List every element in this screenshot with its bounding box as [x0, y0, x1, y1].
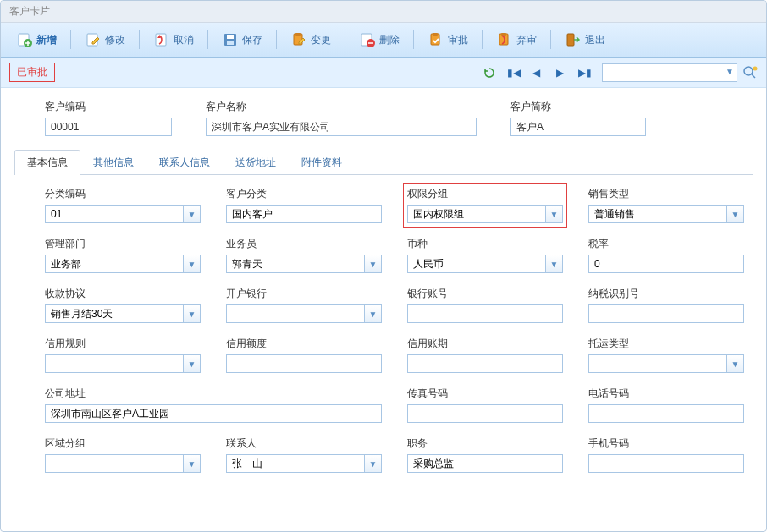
search-dropdown-icon[interactable]: ▼ — [726, 67, 734, 76]
change-button[interactable]: 变更 — [284, 28, 338, 52]
credit-rule-input[interactable] — [45, 354, 184, 373]
tax-rate-input[interactable] — [588, 255, 744, 273]
position-field: 职务 — [407, 436, 563, 473]
customer-category-input[interactable] — [226, 205, 382, 223]
customer-category-label: 客户分类 — [226, 187, 382, 201]
mobile-label: 手机号码 — [588, 436, 744, 451]
dropdown-icon[interactable]: ▼ — [365, 304, 382, 323]
dropdown-icon[interactable]: ▼ — [184, 454, 201, 473]
contact-label: 联系人 — [226, 436, 382, 451]
approve-button[interactable]: 审批 — [421, 28, 475, 52]
separator — [550, 30, 551, 49]
category-code-label: 分类编码 — [45, 187, 201, 201]
exit-button[interactable]: 退出 — [558, 28, 612, 52]
customer-short-input[interactable] — [510, 118, 646, 136]
dropdown-icon[interactable]: ▼ — [546, 255, 563, 273]
save-button[interactable]: 保存 — [215, 28, 269, 52]
separator — [207, 30, 208, 49]
credit-period-input[interactable] — [407, 354, 563, 373]
dropdown-icon[interactable]: ▼ — [365, 454, 382, 473]
window-title: 客户卡片 — [9, 5, 50, 17]
dropdown-icon[interactable]: ▼ — [546, 205, 563, 223]
nav-group: ▮◀ ◀ ▶ ▶▮ ▼ — [483, 63, 758, 82]
tax-id-input[interactable] — [588, 304, 744, 323]
tab-attachments[interactable]: 附件资料 — [289, 150, 355, 175]
tab-delivery-address[interactable]: 送货地址 — [223, 150, 289, 175]
dropdown-icon[interactable]: ▼ — [727, 205, 744, 223]
currency-input[interactable] — [407, 255, 546, 273]
area-group-input[interactable] — [45, 454, 184, 473]
category-code-input[interactable] — [45, 205, 184, 223]
nav-last-icon[interactable]: ▶▮ — [578, 67, 588, 79]
add-label: 新增 — [36, 33, 57, 47]
separator — [139, 30, 140, 49]
mobile-input[interactable] — [588, 454, 744, 473]
customer-code-group: 客户编码 — [45, 100, 172, 136]
position-input[interactable] — [407, 454, 563, 473]
perm-group-field: 权限分组 ▼ — [403, 183, 567, 228]
refresh-icon[interactable] — [483, 67, 494, 79]
dropdown-icon[interactable]: ▼ — [727, 354, 744, 373]
company-address-field: 公司地址 — [45, 387, 382, 423]
tax-id-field: 纳税识别号 — [588, 287, 744, 323]
search-icon[interactable] — [742, 65, 758, 80]
approve-icon — [428, 31, 444, 48]
svg-rect-5 — [227, 35, 234, 39]
dropdown-icon[interactable]: ▼ — [184, 354, 201, 373]
save-label: 保存 — [242, 33, 262, 47]
delete-button[interactable]: 删除 — [352, 28, 406, 52]
company-address-input[interactable] — [45, 404, 382, 423]
dropdown-icon[interactable]: ▼ — [184, 255, 201, 273]
reject-button[interactable]: 弃审 — [489, 28, 544, 52]
customer-short-label: 客户简称 — [510, 100, 646, 114]
bank-account-field: 银行账号 — [407, 287, 563, 323]
manage-dept-input[interactable] — [45, 255, 184, 273]
cancel-button[interactable]: 取消 — [146, 28, 201, 52]
fax-input[interactable] — [407, 404, 563, 423]
customer-name-input[interactable] — [206, 118, 477, 136]
receipt-agreement-input[interactable] — [45, 304, 184, 323]
edit-button[interactable]: 修改 — [78, 28, 132, 52]
svg-point-17 — [753, 66, 758, 70]
contact-input[interactable] — [226, 454, 365, 473]
tab-basic-info[interactable]: 基本信息 — [14, 150, 80, 175]
tab-contact-info[interactable]: 联系人信息 — [146, 150, 223, 175]
nav-first-icon[interactable]: ▮◀ — [507, 67, 517, 79]
shipping-type-label: 托运类型 — [588, 337, 744, 351]
tab-other-info[interactable]: 其他信息 — [80, 150, 146, 175]
credit-limit-field: 信用额度 — [226, 337, 382, 373]
search-box: ▼ — [602, 63, 758, 82]
content: 客户编码 客户名称 客户简称 基本信息 其他信息 联系人信息 送货地址 附件资料… — [1, 88, 766, 531]
separator — [345, 30, 345, 49]
bank-account-input[interactable] — [407, 304, 563, 323]
credit-period-label: 信用账期 — [407, 337, 563, 351]
search-input[interactable] — [602, 63, 737, 82]
salesman-input[interactable] — [226, 255, 365, 273]
window: 客户卡片 新增 修改 取消 保存 变更 删除 — [0, 0, 767, 532]
svg-rect-3 — [156, 34, 166, 46]
nav-next-icon[interactable]: ▶ — [555, 67, 565, 79]
tabs: 基本信息 其他信息 联系人信息 送货地址 附件资料 — [14, 150, 753, 175]
add-button[interactable]: 新增 — [9, 28, 63, 52]
reject-icon — [496, 31, 513, 48]
credit-limit-label: 信用额度 — [226, 337, 382, 351]
dropdown-icon[interactable]: ▼ — [184, 304, 201, 323]
phone-field: 电话号码 — [588, 387, 744, 423]
credit-rule-label: 信用规则 — [45, 337, 201, 351]
customer-code-input[interactable] — [45, 118, 172, 136]
tax-id-label: 纳税识别号 — [588, 287, 744, 301]
phone-input[interactable] — [588, 404, 744, 423]
fax-field: 传真号码 — [407, 387, 563, 423]
perm-group-input[interactable] — [407, 205, 546, 223]
dropdown-icon[interactable]: ▼ — [365, 255, 382, 273]
credit-limit-input[interactable] — [226, 354, 382, 373]
dropdown-icon[interactable]: ▼ — [184, 205, 201, 223]
bank-input[interactable] — [226, 304, 365, 323]
shipping-type-input[interactable] — [588, 354, 727, 373]
currency-field: 币种 ▼ — [407, 237, 563, 273]
nav-prev-icon[interactable]: ◀ — [531, 67, 541, 79]
delete-label: 删除 — [379, 33, 400, 47]
save-icon — [222, 31, 239, 48]
sales-type-input[interactable] — [588, 205, 727, 223]
company-address-label: 公司地址 — [45, 387, 382, 401]
